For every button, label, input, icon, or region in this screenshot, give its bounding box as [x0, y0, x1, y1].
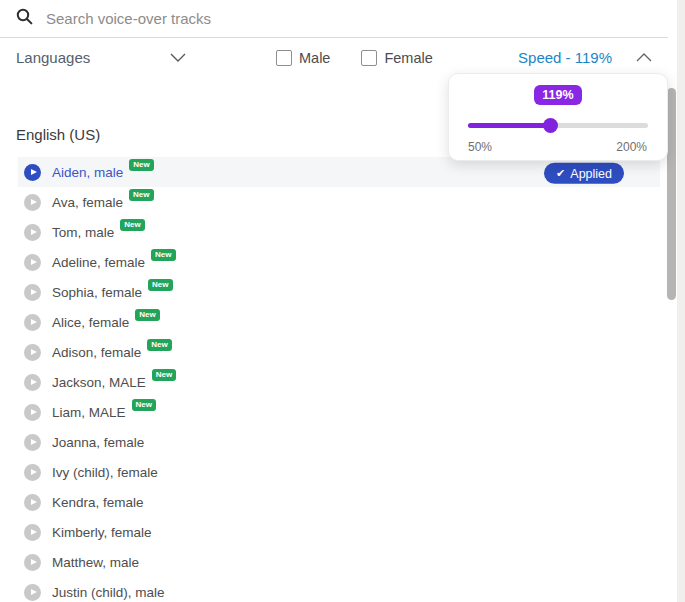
play-icon[interactable] — [24, 164, 41, 181]
play-icon[interactable] — [24, 314, 41, 331]
play-icon[interactable] — [24, 404, 41, 421]
male-filter[interactable]: Male — [276, 50, 330, 66]
voice-row[interactable]: Ivy (child), female ✔ — [18, 457, 660, 487]
voice-name: Matthew, male — [52, 555, 139, 570]
slider-thumb[interactable] — [543, 118, 558, 133]
voice-name: Jackson, MALE — [52, 375, 146, 390]
play-icon[interactable] — [24, 194, 41, 211]
new-badge: New — [135, 309, 159, 321]
search-input[interactable] — [44, 9, 652, 28]
slider-min-label: 50% — [468, 140, 492, 154]
play-icon[interactable] — [24, 494, 41, 511]
speed-value-badge: 119% — [534, 85, 581, 105]
voice-name: Kimberly, female — [52, 525, 152, 540]
voice-name: Adeline, female — [52, 255, 145, 270]
new-badge: New — [151, 249, 175, 261]
applied-label: Applied — [570, 166, 612, 180]
speed-popover: 119% 50% 200% — [448, 73, 668, 161]
voice-name: Alice, female — [52, 315, 129, 330]
new-badge: New — [148, 279, 172, 291]
female-label: Female — [384, 50, 432, 66]
voice-name: Liam, MALE — [52, 405, 126, 420]
voice-name: Aiden, male — [52, 165, 123, 180]
voice-row[interactable]: Jackson, MALE New ✔ — [18, 367, 660, 397]
play-icon[interactable] — [24, 554, 41, 571]
speed-control: Speed - 119% — [518, 49, 652, 66]
voice-row[interactable]: Aiden, male New ✔ Applied — [18, 157, 660, 187]
voice-name: Sophia, female — [52, 285, 142, 300]
voice-name: Kendra, female — [52, 495, 144, 510]
voice-row[interactable]: Adison, female New ✔ — [18, 337, 660, 367]
voice-name: Ava, female — [52, 195, 123, 210]
voice-row[interactable]: Justin (child), male ✔ — [18, 577, 660, 602]
page-gutter — [677, 0, 685, 602]
voice-name: Ivy (child), female — [52, 465, 158, 480]
new-badge: New — [152, 369, 176, 381]
voice-name: Joanna, female — [52, 435, 144, 450]
play-icon[interactable] — [24, 374, 41, 391]
search-icon — [16, 8, 33, 29]
voice-row[interactable]: Alice, female New ✔ — [18, 307, 660, 337]
play-icon[interactable] — [24, 584, 41, 601]
play-icon[interactable] — [24, 524, 41, 541]
applied-badge[interactable]: ✔ Applied — [544, 163, 624, 184]
play-icon[interactable] — [24, 434, 41, 451]
slider-max-label: 200% — [616, 140, 647, 154]
new-badge: New — [129, 159, 153, 171]
voice-row[interactable]: Ava, female New ✔ — [18, 187, 660, 217]
voice-list: Aiden, male New ✔ Applied Ava, female Ne… — [18, 157, 660, 602]
voice-over-panel: Languages Male Female Speed - 119% — [0, 0, 685, 602]
play-icon[interactable] — [24, 284, 41, 301]
voice-row[interactable]: Liam, MALE New ✔ — [18, 397, 660, 427]
new-badge: New — [120, 219, 144, 231]
voice-row[interactable]: Tom, male New ✔ — [18, 217, 660, 247]
male-checkbox[interactable] — [276, 50, 292, 66]
check-icon: ✔ — [556, 168, 565, 179]
languages-dropdown[interactable]: Languages — [16, 49, 186, 66]
chevron-up-icon[interactable] — [636, 53, 652, 62]
voice-row[interactable]: Kimberly, female ✔ — [18, 517, 660, 547]
speed-link[interactable]: Speed - 119% — [518, 49, 612, 66]
voice-row[interactable]: Kendra, female ✔ — [18, 487, 660, 517]
play-icon[interactable] — [24, 344, 41, 361]
play-icon[interactable] — [24, 224, 41, 241]
languages-label: Languages — [16, 49, 90, 66]
voice-row[interactable]: Adeline, female New ✔ — [18, 247, 660, 277]
search-bar — [0, 0, 668, 38]
male-label: Male — [299, 50, 330, 66]
voice-name: Justin (child), male — [52, 585, 165, 600]
scrollbar-thumb[interactable] — [667, 88, 676, 300]
filter-row: Languages Male Female Speed - 119% — [0, 38, 668, 77]
female-filter[interactable]: Female — [361, 50, 432, 66]
play-icon[interactable] — [24, 464, 41, 481]
voice-row[interactable]: Joanna, female ✔ — [18, 427, 660, 457]
speed-slider[interactable] — [468, 118, 648, 132]
voice-row[interactable]: Sophia, female New ✔ — [18, 277, 660, 307]
play-icon[interactable] — [24, 254, 41, 271]
voice-name: Tom, male — [52, 225, 114, 240]
slider-fill — [468, 123, 551, 128]
chevron-down-icon — [170, 53, 186, 62]
new-badge: New — [147, 339, 171, 351]
female-checkbox[interactable] — [361, 50, 377, 66]
new-badge: New — [129, 189, 153, 201]
voice-name: Adison, female — [52, 345, 141, 360]
new-badge: New — [132, 399, 156, 411]
voice-row[interactable]: Matthew, male ✔ — [18, 547, 660, 577]
